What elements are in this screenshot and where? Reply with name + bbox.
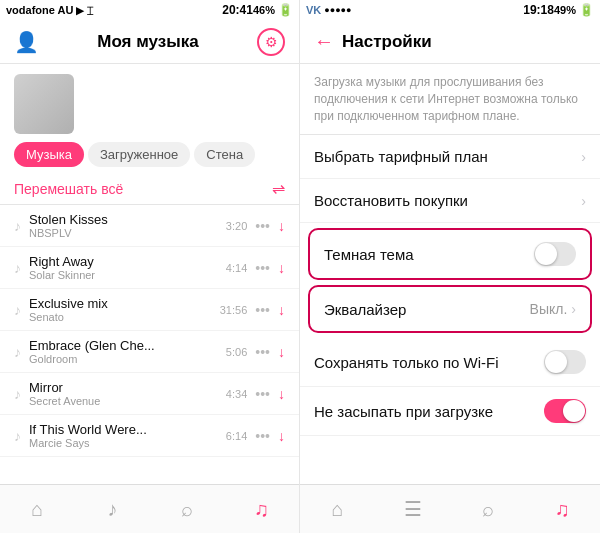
no-sleep-toggle[interactable] xyxy=(544,399,586,423)
home-icon: ⌂ xyxy=(331,498,343,521)
song-artist: Marcie Says xyxy=(29,437,218,449)
song-artist: Solar Skinner xyxy=(29,269,218,281)
download-icon[interactable]: ↓ xyxy=(278,344,285,360)
right-header: ← Настройки xyxy=(300,20,600,64)
music-icon: ♫ xyxy=(555,498,570,521)
right-panel: VK ●●●●● 19:18 49% 🔋 ← Настройки Загрузк… xyxy=(300,0,600,533)
list-item[interactable]: ♪ Embrace (Glen Che... Goldroom 5:06 •••… xyxy=(0,331,299,373)
back-button[interactable]: ← xyxy=(314,30,334,53)
toggle-knob xyxy=(563,400,585,422)
more-icon[interactable]: ••• xyxy=(255,260,270,276)
list-item[interactable]: ♪ Mirror Secret Avenue 4:34 ••• ↓ xyxy=(0,373,299,415)
music-note-icon: ♪ xyxy=(14,218,21,234)
battery-icon-left: 🔋 xyxy=(278,3,293,17)
list-item[interactable]: ♪ If This World Were... Marcie Says 6:14… xyxy=(0,415,299,457)
dark-theme-label: Темная тема xyxy=(324,246,414,263)
music-icon: ♫ xyxy=(254,498,269,521)
avatar xyxy=(14,74,74,134)
restore-label: Восстановить покупки xyxy=(314,192,468,209)
settings-item-no-sleep[interactable]: Не засыпать при загрузке xyxy=(300,387,600,436)
settings-item-equalizer[interactable]: Эквалайзер Выкл. › xyxy=(310,287,590,331)
nav-home[interactable]: ⌂ xyxy=(0,498,75,521)
song-title: Right Away xyxy=(29,254,218,269)
settings-item-wifi-only[interactable]: Сохранять только по Wi-Fi xyxy=(300,338,600,387)
shuffle-icon: ⇌ xyxy=(272,179,285,198)
more-icon[interactable]: ••• xyxy=(255,302,270,318)
nav-notes[interactable]: ♪ xyxy=(75,498,150,521)
song-duration: 6:14 xyxy=(226,430,247,442)
search-icon: ⌕ xyxy=(482,498,494,521)
settings-item-tariff[interactable]: Выбрать тарифный план › xyxy=(300,135,600,179)
song-info: Right Away Solar Skinner xyxy=(29,254,218,281)
music-note-icon: ♪ xyxy=(14,260,21,276)
status-bar-left: vodafone AU ▶ ⌶ 20:41 46% 🔋 xyxy=(0,0,299,20)
settings-item-dark-theme[interactable]: Темная тема xyxy=(310,230,590,278)
music-note-icon: ♪ xyxy=(14,386,21,402)
right-title: Настройки xyxy=(342,32,432,52)
song-artist: NBSPLV xyxy=(29,227,218,239)
left-header: 👤 Моя музыка ⚙ xyxy=(0,20,299,64)
battery-icon-right: 🔋 xyxy=(579,3,594,17)
bottom-nav-right: ⌂ ☰ ⌕ ♫ xyxy=(300,484,600,533)
chevron-icon: › xyxy=(581,193,586,209)
nav-music-r[interactable]: ♫ xyxy=(525,498,600,521)
song-title: If This World Were... xyxy=(29,422,218,437)
avatar-placeholder xyxy=(14,74,74,134)
download-icon[interactable]: ↓ xyxy=(278,218,285,234)
song-duration: 4:34 xyxy=(226,388,247,400)
left-title: Моя музыка xyxy=(39,32,257,52)
chevron-icon: › xyxy=(581,149,586,165)
shuffle-row[interactable]: Перемешать всё ⇌ xyxy=(0,175,299,205)
status-bar-right: VK ●●●●● 19:18 49% 🔋 xyxy=(300,0,600,20)
nav-search[interactable]: ⌕ xyxy=(150,498,225,521)
equalizer-highlighted-container: Эквалайзер Выкл. › xyxy=(308,285,592,333)
settings-description: Загрузка музыки для прослушивания без по… xyxy=(300,64,600,135)
battery-right: 49% xyxy=(554,4,576,16)
time-right: 19:18 xyxy=(523,3,554,17)
song-info: Exclusive mix Senato xyxy=(29,296,212,323)
time-left: 20:41 xyxy=(222,3,253,17)
more-icon[interactable]: ••• xyxy=(255,344,270,360)
list-item[interactable]: ♪ Exclusive mix Senato 31:56 ••• ↓ xyxy=(0,289,299,331)
gear-button[interactable]: ⚙ xyxy=(257,28,285,56)
more-icon[interactable]: ••• xyxy=(255,386,270,402)
dark-theme-toggle[interactable] xyxy=(534,242,576,266)
more-icon[interactable]: ••• xyxy=(255,218,270,234)
song-info: Embrace (Glen Che... Goldroom xyxy=(29,338,218,365)
tab-downloaded[interactable]: Загруженное xyxy=(88,142,190,167)
no-sleep-label: Не засыпать при загрузке xyxy=(314,403,493,420)
settings-item-restore[interactable]: Восстановить покупки › xyxy=(300,179,600,223)
carrier-text: vodafone AU xyxy=(6,4,73,16)
wifi-icon: ⌶ xyxy=(87,5,93,16)
battery-left: 46% xyxy=(253,4,275,16)
app-label: VK xyxy=(306,4,321,16)
song-title: Exclusive mix xyxy=(29,296,212,311)
download-icon[interactable]: ↓ xyxy=(278,302,285,318)
download-icon[interactable]: ↓ xyxy=(278,386,285,402)
song-duration: 4:14 xyxy=(226,262,247,274)
list-item[interactable]: ♪ Right Away Solar Skinner 4:14 ••• ↓ xyxy=(0,247,299,289)
settings-list: Выбрать тарифный план › Восстановить пок… xyxy=(300,135,600,484)
nav-home-r[interactable]: ⌂ xyxy=(300,498,375,521)
signal-icon: ▶ xyxy=(76,5,84,16)
tab-wall[interactable]: Стена xyxy=(194,142,255,167)
doc-icon: ☰ xyxy=(404,497,422,521)
nav-doc-r[interactable]: ☰ xyxy=(375,497,450,521)
bottom-nav-left: ⌂ ♪ ⌕ ♫ xyxy=(0,484,299,533)
song-info: If This World Were... Marcie Says xyxy=(29,422,218,449)
more-icon[interactable]: ••• xyxy=(255,428,270,444)
nav-search-r[interactable]: ⌕ xyxy=(450,498,525,521)
toggle-knob xyxy=(535,243,557,265)
list-item[interactable]: ♪ Stolen Kisses NBSPLV 3:20 ••• ↓ xyxy=(0,205,299,247)
download-icon[interactable]: ↓ xyxy=(278,428,285,444)
download-icon[interactable]: ↓ xyxy=(278,260,285,276)
toggle-knob xyxy=(545,351,567,373)
signal-dots: ●●●●● xyxy=(324,5,351,15)
nav-music[interactable]: ♫ xyxy=(224,498,299,521)
wifi-toggle[interactable] xyxy=(544,350,586,374)
tab-music[interactable]: Музыка xyxy=(14,142,84,167)
song-list: ♪ Stolen Kisses NBSPLV 3:20 ••• ↓ ♪ Righ… xyxy=(0,205,299,484)
tabs-row: Музыка Загруженное Стена xyxy=(0,142,299,175)
search-icon: ⌕ xyxy=(181,498,193,521)
chevron-icon: › xyxy=(571,301,576,317)
